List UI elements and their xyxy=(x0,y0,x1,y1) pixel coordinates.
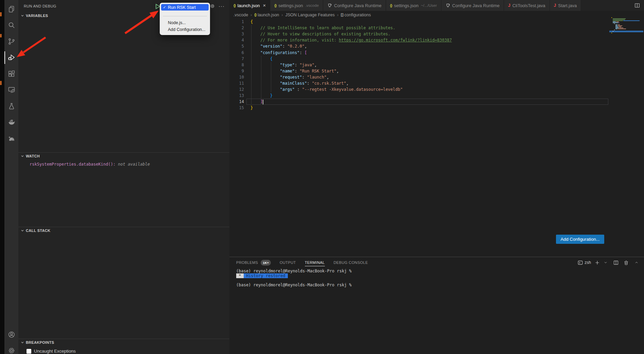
search-icon xyxy=(7,21,16,29)
code-line-12[interactable]: 12 "args" : "--regtest -Xkeyvalue.dataso… xyxy=(229,86,644,92)
terminal-dropdown-chevron-icon[interactable] xyxy=(604,260,608,265)
activity-item-source-control[interactable] xyxy=(4,33,18,50)
code-line-8[interactable]: 8 "type": "java", xyxy=(229,62,644,68)
chevron-down-icon xyxy=(20,13,25,18)
sidebar-more-actions-icon[interactable]: ··· xyxy=(219,4,225,8)
activity-item-search[interactable] xyxy=(4,17,18,34)
close-icon[interactable]: × xyxy=(263,3,266,7)
line-number[interactable]: 1 xyxy=(229,19,244,24)
activity-item-accounts[interactable] xyxy=(4,326,18,343)
activity-item-explorer[interactable] xyxy=(4,1,18,17)
code-line-6[interactable]: 6 "configurations": [ xyxy=(229,49,644,55)
menu-item-label: Node.js... xyxy=(168,20,186,25)
code-line-3[interactable]: 3 // Hover to view descriptions of exist… xyxy=(229,31,644,37)
tab-bar: {}launch.json×{}settings.json.vscodeConf… xyxy=(229,0,644,11)
new-terminal-icon[interactable] xyxy=(595,260,600,265)
code-line-7[interactable]: 7 { xyxy=(229,56,644,62)
breadcrumb-item[interactable]: [ ]configurations xyxy=(341,13,371,17)
menu-item-node-js[interactable]: Node.js... xyxy=(161,19,209,26)
breadcrumb-label: launch.json xyxy=(258,13,279,17)
line-number[interactable]: 14 xyxy=(229,99,244,104)
tab-configure-java-runtime[interactable]: Configure Java Runtime xyxy=(323,0,386,11)
line-number[interactable]: 11 xyxy=(229,81,244,86)
debug-settings-gear-icon[interactable] xyxy=(210,3,215,9)
breakpoint-item: Uncaught Exceptions xyxy=(18,349,229,354)
code-line-4[interactable]: 4 // For more information, visit: https:… xyxy=(229,37,644,43)
panel-tab-debug-console[interactable]: DEBUG CONSOLE xyxy=(334,257,368,268)
maximize-panel-chevron-icon[interactable] xyxy=(634,260,639,265)
panel-tab-terminal[interactable]: TERMINAL xyxy=(305,257,325,268)
menu-item-add-configuration[interactable]: Add Configuration... xyxy=(161,26,209,33)
code-line-11[interactable]: 11 "mainClass": "co.rsk.Start", xyxy=(229,80,644,86)
tab-launch-json[interactable]: {}launch.json× xyxy=(229,0,270,11)
sidebar-title: RUN AND DEBUG xyxy=(24,4,56,8)
line-number[interactable]: 5 xyxy=(229,44,244,49)
panel-tab-label: DEBUG CONSOLE xyxy=(334,260,368,265)
tab-settings-json[interactable]: {}settings.json~/.../User xyxy=(386,0,441,11)
code-line-text: "args" : "--regtest -Xkeyvalue.datasourc… xyxy=(250,87,403,92)
tab-label: Start.java xyxy=(558,3,577,8)
call-stack-section-header[interactable]: CALL STACK xyxy=(18,227,229,234)
line-number[interactable]: 15 xyxy=(229,105,244,110)
line-number[interactable]: 4 xyxy=(229,38,244,43)
breadcrumb: .vscode›{}launch.json›JSON Language Feat… xyxy=(229,11,644,19)
line-number[interactable]: 8 xyxy=(229,63,244,67)
activity-item-run-and-debug[interactable] xyxy=(4,50,18,66)
line-number[interactable]: 3 xyxy=(229,32,244,36)
variables-section-label: VARIABLES xyxy=(26,14,48,18)
minimap[interactable] xyxy=(609,17,643,36)
watch-expression-item[interactable]: rskSystemProperties.databaseKind(): not … xyxy=(18,162,229,167)
breadcrumb-item[interactable]: .vscode xyxy=(233,13,248,17)
tab-label: Configure Java Runtime xyxy=(334,3,381,8)
activity-item-gradle[interactable] xyxy=(4,130,18,147)
terminal-shell-selector[interactable]: zsh xyxy=(578,260,591,265)
activity-item-settings[interactable] xyxy=(4,343,18,354)
line-number[interactable]: 6 xyxy=(229,50,244,55)
code-line-5[interactable]: 5 "version": "0.2.0", xyxy=(229,43,644,49)
tab-clitoolstest-java[interactable]: JCliToolsTest.java xyxy=(504,0,550,11)
split-editor-icon[interactable] xyxy=(634,3,640,10)
code-line-10[interactable]: 10 "request": "launch", xyxy=(229,74,644,80)
panel-tab-output[interactable]: OUTPUT xyxy=(280,257,296,268)
json-file-icon: {} xyxy=(274,4,276,7)
chevron-down-icon xyxy=(20,228,25,233)
tab-configure-java-runtime[interactable]: Configure Java Runtime xyxy=(441,0,504,11)
terminal-output[interactable]: (base) reynoldmorel@Reynolds-MacBook-Pro… xyxy=(236,269,637,288)
code-line-15[interactable]: 15} xyxy=(229,105,644,111)
code-editor[interactable]: 1{2 // Use IntelliSense to learn about p… xyxy=(229,19,644,111)
code-line-13[interactable]: 13 } xyxy=(229,92,644,99)
panel-tab-problems[interactable]: PROBLEMS1K+ xyxy=(236,257,271,268)
activity-item-remote-explorer[interactable] xyxy=(4,82,18,98)
menu-item-run-rsk-start[interactable]: ✓Run RSK Start xyxy=(161,4,209,11)
line-number[interactable]: 7 xyxy=(229,56,244,61)
breadcrumb-item[interactable]: JSON Language Features xyxy=(285,13,334,17)
tab-start-java[interactable]: JStart.java xyxy=(550,0,581,11)
panel-tab-label: TERMINAL xyxy=(305,260,325,265)
code-line-2[interactable]: 2 // Use IntelliSense to learn about pos… xyxy=(229,25,644,31)
code-line-14[interactable]: 14 ] xyxy=(229,99,644,105)
kill-terminal-trash-icon[interactable] xyxy=(624,260,629,265)
line-number[interactable]: 13 xyxy=(229,93,244,98)
breadcrumb-item[interactable]: {}launch.json xyxy=(254,13,279,17)
line-number[interactable]: 2 xyxy=(229,26,244,30)
debug-config-menu: ✓Run RSK StartNode.js...Add Configuratio… xyxy=(160,3,210,35)
breakpoint-checkbox[interactable] xyxy=(27,349,31,354)
panel-tab-bar: PROBLEMS1K+OUTPUTTERMINALDEBUG CONSOLE xyxy=(236,257,368,268)
split-terminal-icon[interactable] xyxy=(613,260,619,265)
java-file-icon: J xyxy=(508,3,510,8)
code-line-9[interactable]: 9 "name": "Run RSK Start", xyxy=(229,68,644,74)
add-configuration-button[interactable]: Add Configuration... xyxy=(556,235,604,244)
tab-settings-json[interactable]: {}settings.json.vscode xyxy=(270,0,323,11)
watch-section-header[interactable]: WATCH xyxy=(18,153,229,159)
extensions-icon xyxy=(7,70,16,78)
activity-item-extensions[interactable] xyxy=(4,66,18,82)
code-line-text: { xyxy=(250,56,273,61)
line-number[interactable]: 10 xyxy=(229,75,244,80)
breakpoints-section-header[interactable]: BREAKPOINTS xyxy=(18,339,229,346)
shell-label: zsh xyxy=(585,260,591,265)
line-number[interactable]: 9 xyxy=(229,69,244,73)
code-line-1[interactable]: 1{ xyxy=(229,19,644,25)
activity-item-docker[interactable] xyxy=(4,114,18,131)
line-number[interactable]: 12 xyxy=(229,87,244,92)
activity-item-testing[interactable] xyxy=(4,98,18,114)
